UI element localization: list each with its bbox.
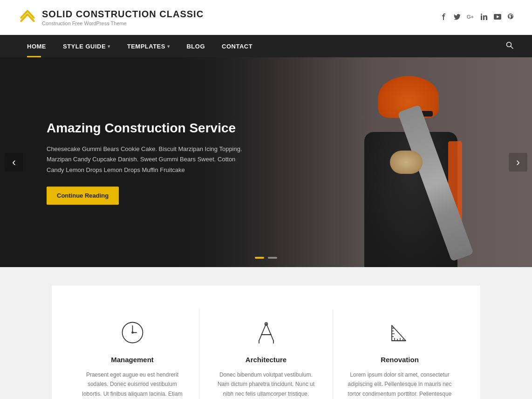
youtube-icon[interactable] bbox=[494, 14, 501, 21]
header: SOLID CONSTRUCTION CLASSIC Construction … bbox=[0, 0, 532, 35]
hero-slider: Amazing Construction Service Cheesecake … bbox=[0, 57, 532, 267]
svg-rect-1 bbox=[481, 15, 482, 20]
logo-text: SOLID CONSTRUCTION CLASSIC Construction … bbox=[42, 9, 204, 26]
templates-dropdown-arrow: ▾ bbox=[167, 44, 170, 49]
nav-item-style-guide[interactable]: STYLE GUIDE ▾ bbox=[55, 35, 119, 57]
twitter-icon[interactable] bbox=[454, 14, 460, 21]
renovation-title: Renovation bbox=[347, 356, 452, 364]
site-subtitle: Construction Free WordPress Theme bbox=[42, 21, 204, 26]
continue-reading-button[interactable]: Continue Reading bbox=[47, 186, 119, 205]
googleplus-icon[interactable]: G+ bbox=[467, 14, 474, 21]
hero-dots bbox=[255, 257, 277, 259]
architecture-description: Donec bibendum volutpat vestibulum. Nam … bbox=[213, 370, 319, 399]
svg-text:G+: G+ bbox=[467, 14, 474, 20]
linkedin-icon[interactable] bbox=[481, 14, 487, 21]
services-section: Management Praesent eget augue eu est he… bbox=[0, 267, 532, 399]
site-title: SOLID CONSTRUCTION CLASSIC bbox=[42, 9, 204, 20]
facebook-icon[interactable] bbox=[441, 14, 447, 21]
hero-title: Amazing Construction Service bbox=[47, 120, 247, 137]
hero-content: Amazing Construction Service Cheesecake … bbox=[47, 120, 247, 205]
pinterest-icon[interactable] bbox=[508, 14, 513, 21]
services-grid: Management Praesent eget augue eu est he… bbox=[52, 286, 480, 399]
hero-description: Cheesecake Gummi Bears Cookie Cake. Bisc… bbox=[47, 144, 247, 175]
nav-item-home[interactable]: HOME bbox=[19, 35, 55, 57]
nav-item-contact[interactable]: CONTACT bbox=[213, 35, 261, 57]
svg-line-11 bbox=[259, 323, 266, 341]
management-icon bbox=[118, 318, 146, 346]
nav-item-blog[interactable]: BLOG bbox=[178, 35, 213, 57]
navbar: HOME STYLE GUIDE ▾ TEMPLATES ▾ BLOG CONT… bbox=[0, 35, 532, 57]
hero-arrow-left[interactable]: ‹ bbox=[5, 153, 23, 172]
svg-marker-17 bbox=[392, 325, 406, 341]
service-card-management: Management Praesent eget augue eu est he… bbox=[66, 309, 199, 399]
logo-area: SOLID CONSTRUCTION CLASSIC Construction … bbox=[19, 8, 204, 26]
svg-point-10 bbox=[132, 332, 133, 333]
svg-line-6 bbox=[511, 47, 513, 49]
service-card-renovation: Renovation Lorem ipsum dolor sit amet, c… bbox=[333, 309, 466, 399]
architecture-title: Architecture bbox=[213, 356, 319, 364]
hero-arrow-right[interactable]: › bbox=[509, 153, 527, 172]
search-icon[interactable] bbox=[506, 41, 513, 51]
renovation-description: Lorem ipsum dolor sit amet, consectetur … bbox=[347, 370, 452, 399]
service-card-architecture: Architecture Donec bibendum volutpat ves… bbox=[199, 309, 333, 399]
svg-line-12 bbox=[266, 323, 273, 341]
management-description: Praesent eget augue eu est hendrerit sod… bbox=[80, 370, 185, 399]
hero-dot-1[interactable] bbox=[255, 257, 264, 259]
logo-icon bbox=[19, 8, 36, 26]
management-title: Management bbox=[80, 356, 185, 364]
nav-item-templates[interactable]: TEMPLATES ▾ bbox=[119, 35, 178, 57]
architecture-icon bbox=[252, 318, 280, 346]
renovation-icon bbox=[386, 318, 414, 346]
hero-dot-2[interactable] bbox=[268, 257, 277, 259]
nav-links: HOME STYLE GUIDE ▾ TEMPLATES ▾ BLOG CONT… bbox=[19, 35, 261, 57]
svg-point-2 bbox=[481, 14, 482, 15]
social-icons: G+ bbox=[441, 14, 513, 21]
style-guide-dropdown-arrow: ▾ bbox=[108, 44, 110, 49]
